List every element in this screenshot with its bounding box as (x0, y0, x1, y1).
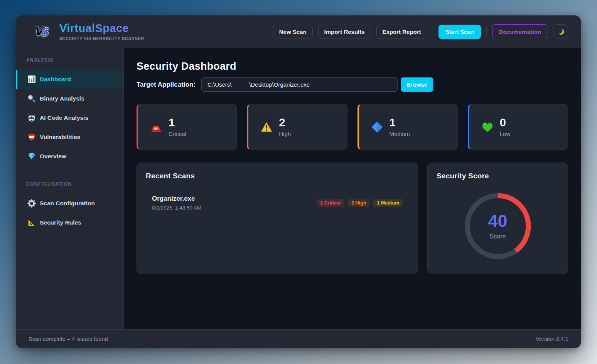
brand-block: VirtualSpace SECURITY VULNERABILITY SCAN… (59, 22, 144, 41)
sidebar-item-overview[interactable]: Overview (16, 147, 123, 166)
sidebar-item-label: Scan Configuration (40, 200, 95, 207)
stat-count-high: 2 (279, 117, 291, 129)
documentation-button[interactable]: Documentation (492, 24, 548, 39)
main-content: Security Dashboard Target Application: B… (124, 48, 581, 329)
robot-icon (27, 113, 36, 122)
sidebar-item-binary-analysis[interactable]: Binary Analysis (16, 89, 123, 108)
import-results-button[interactable]: Import Results (318, 25, 371, 39)
recent-scans-panel: Recent Scans Organizer.exe 8/2/2025, 1:4… (137, 163, 418, 274)
theme-toggle-button[interactable] (553, 24, 568, 39)
security-score-gauge: 40 Score (465, 193, 531, 259)
stat-label-medium: Medium (390, 131, 410, 137)
warning-icon (260, 120, 273, 134)
status-text: Scan complete – 4 issues found (29, 336, 108, 342)
target-application-label: Target Application: (137, 81, 196, 89)
moon-icon (557, 28, 565, 35)
app-subtitle: SECURITY VULNERABILITY SCANNER (59, 36, 144, 41)
sidebar-item-vulnerabilities[interactable]: Vulnerabilities (16, 127, 123, 147)
header-divider (486, 27, 487, 37)
blue-diamond-icon (370, 120, 384, 134)
security-score-value: 40 (488, 212, 507, 230)
target-application-row: Target Application: Browse (137, 77, 568, 92)
start-scan-button[interactable]: Start Scan (438, 25, 481, 39)
scan-list-item[interactable]: Organizer.exe 8/2/2025, 1:48:50 AM 1 Cri… (146, 191, 409, 215)
app-title: VirtualSpace (59, 22, 144, 35)
stat-label-high: High (279, 131, 291, 137)
browse-button[interactable]: Browse (401, 77, 433, 92)
sidebar-item-label: Overview (40, 153, 66, 160)
version-text: Version 2.4.1 (536, 336, 568, 342)
sidebar-section-analysis: ANALYSIS (26, 57, 123, 63)
logo-letter-s: S (40, 25, 49, 39)
stat-card-high: 2 High (247, 104, 347, 150)
severity-badge-high: 2 High (348, 199, 369, 207)
sidebar-item-label: Dashboard (40, 76, 71, 83)
header-divider (433, 27, 433, 37)
recent-scans-title: Recent Scans (146, 172, 409, 180)
header: V S VirtualSpace SECURITY VULNERABILITY … (16, 15, 581, 48)
bar-chart-icon (27, 75, 36, 84)
stat-card-medium: 1 Medium (358, 104, 458, 150)
siren-icon (149, 120, 163, 134)
security-score-panel: Security Score 40 Score (427, 163, 568, 274)
status-bar: Scan complete – 4 issues found Version 2… (16, 329, 581, 348)
scan-timestamp: 8/2/2025, 1:48:50 AM (152, 205, 201, 211)
sidebar: ANALYSIS Dashboard Binary Analysis (16, 48, 124, 329)
severity-badges: 1 Critical 2 High 1 Medium (317, 199, 403, 207)
sidebar-item-label: AI Code Analysis (40, 114, 88, 121)
scan-name: Organizer.exe (152, 195, 201, 203)
green-heart-icon (481, 120, 494, 134)
security-score-title: Security Score (437, 172, 559, 180)
gauge-center-text: 40 Score (465, 193, 531, 259)
severity-stats: 1 Critical 2 High (137, 104, 568, 150)
stat-count-critical: 1 (169, 117, 186, 129)
sidebar-item-ai-code-analysis[interactable]: AI Code Analysis (16, 108, 123, 127)
severity-badge-medium: 1 Medium (373, 199, 403, 207)
new-scan-button[interactable]: New Scan (273, 25, 313, 39)
sidebar-item-security-rules[interactable]: Security Rules (16, 213, 123, 232)
magnifier-icon (27, 94, 36, 103)
stat-count-medium: 1 (390, 117, 410, 129)
sidebar-section-configuration: CONFIGURATION (26, 181, 123, 187)
stat-label-critical: Critical (169, 131, 186, 137)
page-title: Security Dashboard (137, 60, 568, 72)
stat-card-low: 0 Low (468, 104, 568, 150)
panels-row: Recent Scans Organizer.exe 8/2/2025, 1:4… (137, 163, 568, 274)
stat-card-critical: 1 Critical (137, 104, 237, 150)
stat-label-low: Low (500, 131, 511, 137)
sidebar-item-label: Vulnerabilities (40, 134, 80, 141)
header-actions: New Scan Import Results Export Report St… (273, 24, 568, 39)
app-window: V S VirtualSpace SECURITY VULNERABILITY … (16, 15, 581, 348)
gear-icon (27, 199, 36, 208)
sidebar-item-scan-configuration[interactable]: Scan Configuration (16, 194, 123, 213)
export-report-button[interactable]: Export Report (376, 25, 427, 39)
stat-count-low: 0 (500, 117, 511, 129)
gem-icon (27, 152, 36, 161)
target-path-input[interactable] (201, 77, 398, 92)
triangular-ruler-icon (27, 218, 36, 227)
sidebar-item-dashboard[interactable]: Dashboard (16, 70, 123, 89)
sidebar-item-label: Binary Analysis (40, 95, 84, 102)
severity-badge-critical: 1 Critical (317, 199, 344, 207)
security-score-label: Score (490, 233, 506, 240)
sidebar-item-label: Security Rules (40, 219, 81, 226)
name-badge-icon (27, 133, 36, 142)
app-logo: V S (34, 23, 49, 40)
